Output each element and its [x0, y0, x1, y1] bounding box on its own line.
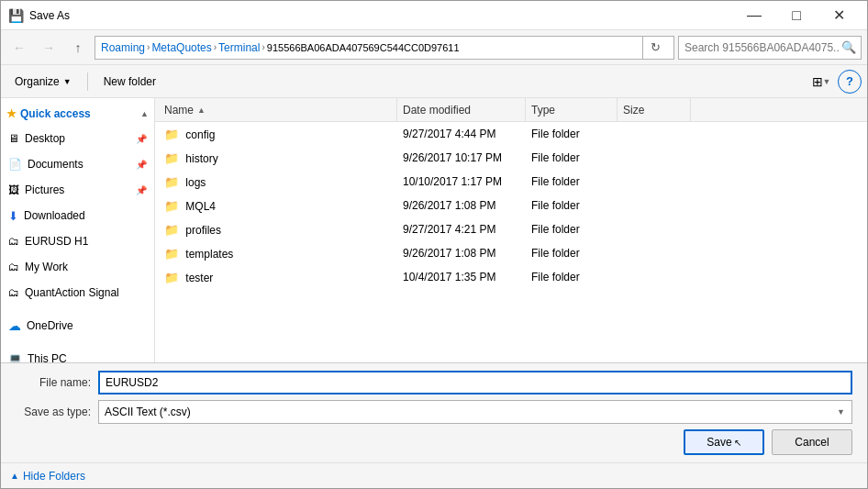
save-as-dialog: 💾 Save As — □ ✕ ← → ↑ Roaming › MetaQuot…	[0, 0, 868, 489]
sidebar-item-pictures[interactable]: 🖼 Pictures 📌	[1, 177, 154, 203]
bottom-area: File name: Save as type: ASCII Text (*.c…	[1, 362, 867, 462]
up-button[interactable]: ↑	[65, 35, 91, 61]
button-row: Save ↖ Cancel	[16, 429, 852, 455]
sidebar-item-mywork[interactable]: 🗂 My Work	[1, 254, 154, 280]
sidebar-item-eurusd[interactable]: 🗂 EURUSD H1	[1, 228, 154, 254]
pin-icon: 📌	[136, 160, 147, 170]
col-header-type[interactable]: Type	[526, 98, 618, 121]
window-icon: 💾	[8, 8, 24, 23]
window-title: Save As	[29, 9, 733, 22]
address-bar: ← → ↑ Roaming › MetaQuotes › Terminal › …	[1, 30, 867, 65]
table-row[interactable]: 📁 logs 10/10/2017 1:17 PM File folder	[155, 170, 867, 194]
organize-button[interactable]: Organize ▼	[6, 70, 80, 94]
file-area: Name ▲ Date modified Type Size 📁	[155, 98, 867, 362]
sidebar: ★ Quick access ▲ 🖥 Desktop 📌 📄 Documents…	[1, 98, 155, 362]
view-button[interactable]: ⊞ ▼	[808, 70, 834, 94]
filename-label: File name:	[16, 376, 98, 389]
hide-icon: ▲	[10, 471, 19, 481]
maximize-button[interactable]: □	[775, 1, 818, 30]
folder-icon: 🗂	[8, 286, 19, 299]
sidebar-item-documents[interactable]: 📄 Documents 📌	[1, 151, 154, 177]
table-row[interactable]: 📁 templates 9/26/2017 1:08 PM File folde…	[155, 241, 867, 265]
search-input[interactable]	[678, 36, 862, 60]
cursor-indicator: ↖	[734, 438, 741, 448]
chevron-down-icon: ▲	[140, 109, 149, 118]
title-bar-buttons: — □ ✕	[733, 1, 860, 30]
quick-access-icon: ★	[6, 107, 17, 120]
col-header-date[interactable]: Date modified	[397, 98, 526, 121]
new-folder-button[interactable]: New folder	[95, 70, 164, 94]
folder-icon: 🗂	[8, 235, 19, 248]
pin-icon: 📌	[136, 134, 147, 144]
toolbar-separator	[87, 72, 88, 91]
computer-icon: 💻	[8, 352, 22, 362]
refresh-button[interactable]: ↻	[642, 36, 668, 60]
download-icon: ⬇	[8, 209, 18, 223]
view-icon: ⊞	[812, 74, 823, 89]
sort-arrow: ▲	[197, 106, 206, 115]
folder-icon: 📁	[164, 199, 179, 213]
file-list: 📁 config 9/27/2017 4:44 PM File folder 📁…	[155, 122, 867, 362]
main-content: ★ Quick access ▲ 🖥 Desktop 📌 📄 Documents…	[1, 98, 867, 362]
search-wrapper: 🔍	[678, 36, 862, 60]
sidebar-item-quantaction[interactable]: 🗂 QuantAction Signal	[1, 280, 154, 306]
hide-folders-bar[interactable]: ▲ Hide Folders	[1, 462, 867, 488]
toolbar: Organize ▼ New folder ⊞ ▼ ?	[1, 65, 867, 98]
file-list-header: Name ▲ Date modified Type Size	[155, 98, 867, 122]
filename-input[interactable]	[98, 371, 852, 395]
quick-access-header[interactable]: ★ Quick access ▲	[1, 102, 154, 126]
close-button[interactable]: ✕	[818, 1, 860, 30]
folder-icon: 📁	[164, 128, 179, 141]
savetype-label: Save as type:	[16, 406, 98, 418]
savetype-select[interactable]: ASCII Text (*.csv)	[98, 400, 852, 424]
sidebar-item-thispc[interactable]: 💻 This PC	[1, 346, 154, 362]
sidebar-item-downloaded[interactable]: ⬇ Downloaded	[1, 203, 154, 228]
pin-icon: 📌	[136, 185, 147, 195]
documents-icon: 📄	[8, 158, 22, 171]
title-bar: 💾 Save As — □ ✕	[1, 1, 867, 30]
folder-icon: 📁	[164, 223, 179, 237]
folder-icon: 📁	[164, 247, 179, 261]
forward-button[interactable]: →	[36, 35, 61, 61]
minimize-button[interactable]: —	[733, 1, 775, 30]
col-header-size[interactable]: Size	[618, 98, 691, 121]
sidebar-item-onedrive[interactable]: ☁ OneDrive	[1, 313, 154, 339]
breadcrumb-current: 915566BA06ADA407569C544CC0D97611	[267, 42, 460, 53]
filename-row: File name:	[16, 371, 852, 395]
table-row[interactable]: 📁 profiles 9/27/2017 4:21 PM File folder	[155, 217, 867, 241]
breadcrumb-metaquotes[interactable]: MetaQuotes	[151, 41, 211, 54]
breadcrumb: Roaming › MetaQuotes › Terminal › 915566…	[95, 36, 674, 60]
cancel-button[interactable]: Cancel	[772, 429, 852, 455]
table-row[interactable]: 📁 config 9/27/2017 4:44 PM File folder	[155, 122, 867, 146]
folder-icon: 📁	[164, 175, 179, 189]
back-button[interactable]: ←	[6, 35, 32, 61]
save-button[interactable]: Save ↖	[684, 429, 764, 455]
folder-icon: 📁	[164, 151, 179, 165]
breadcrumb-terminal[interactable]: Terminal	[218, 41, 260, 54]
savetype-row: Save as type: ASCII Text (*.csv)	[16, 400, 852, 424]
savetype-wrapper: ASCII Text (*.csv)	[98, 400, 852, 424]
help-button[interactable]: ?	[838, 70, 862, 94]
table-row[interactable]: 📁 tester 10/4/2017 1:35 PM File folder	[155, 265, 867, 289]
folder-icon: 📁	[164, 271, 179, 284]
pictures-icon: 🖼	[8, 183, 19, 196]
sidebar-item-desktop[interactable]: 🖥 Desktop 📌	[1, 126, 154, 151]
table-row[interactable]: 📁 MQL4 9/26/2017 1:08 PM File folder	[155, 194, 867, 217]
onedrive-icon: ☁	[8, 318, 21, 333]
breadcrumb-roaming[interactable]: Roaming	[101, 41, 145, 54]
table-row[interactable]: 📁 history 9/26/2017 10:17 PM File folder	[155, 146, 867, 170]
col-header-name[interactable]: Name ▲	[159, 98, 397, 121]
folder-icon: 🗂	[8, 261, 19, 273]
search-icon: 🔍	[841, 40, 856, 54]
desktop-icon: 🖥	[8, 132, 19, 145]
